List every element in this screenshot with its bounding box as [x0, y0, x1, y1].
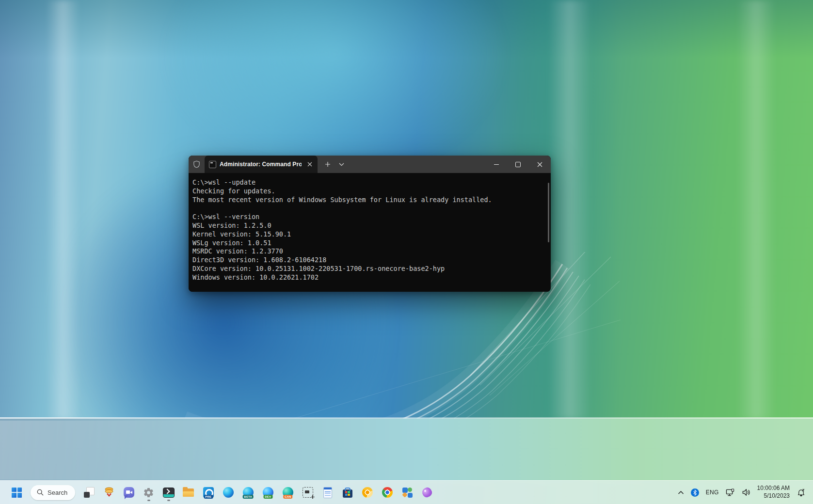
close-button[interactable]	[529, 156, 551, 173]
wallpaper-light-streak	[737, 0, 776, 419]
folder-icon	[183, 488, 194, 497]
terminal-line: Checking for updates.	[192, 187, 547, 196]
terminal-titlebar[interactable]: Administrator: Command Pro	[189, 156, 551, 173]
windows-terminal-icon	[163, 488, 175, 498]
terminal-line	[192, 204, 547, 213]
tray-date: 5/10/2023	[757, 492, 790, 500]
taskbar: Search	[0, 480, 813, 504]
chrome-canary-icon	[362, 487, 373, 498]
snipping-tool-button[interactable]	[298, 483, 318, 502]
edge-canary-button[interactable]: CAN	[278, 483, 298, 502]
edge-canary-icon: CAN	[283, 487, 293, 498]
microsoft-store-button[interactable]	[338, 483, 357, 502]
chrome-icon	[382, 487, 393, 498]
coins-app-button[interactable]	[99, 483, 119, 502]
bluetooth-icon	[691, 488, 699, 497]
task-view-button[interactable]	[80, 483, 99, 502]
purple-app-button[interactable]	[417, 483, 437, 502]
tray-chevron-button[interactable]	[675, 483, 686, 502]
bell-dnd-icon	[797, 488, 806, 497]
terminal-line: C:\>wsl --version	[192, 213, 547, 221]
terminal-line: MSRDC version: 1.2.3770	[192, 247, 547, 256]
edge-dev-button[interactable]: DEV	[258, 483, 278, 502]
chat-icon	[124, 487, 134, 498]
terminal-content[interactable]: C:\>wsl --updateChecking for updates.The…	[189, 173, 551, 292]
edge-dev-badge: DEV	[263, 495, 272, 499]
tab-dropdown-button[interactable]	[335, 156, 348, 173]
language-indicator[interactable]: ENG	[703, 483, 721, 502]
search-icon	[37, 489, 44, 496]
coins-arrow-icon	[104, 487, 114, 498]
search-box[interactable]: Search	[31, 485, 75, 500]
dev-home-icon	[402, 487, 413, 498]
tab-title: Administrator: Command Pro	[220, 161, 302, 168]
network-icon	[726, 488, 735, 497]
edge-icon	[223, 487, 234, 498]
outlook-button[interactable]: PRE	[199, 483, 218, 502]
chat-button[interactable]	[119, 483, 139, 502]
terminal-line: Direct3D version: 1.608.2-61064218	[192, 256, 547, 265]
terminal-line: Windows version: 10.0.22621.1702	[192, 273, 547, 282]
tray-time: 10:00:06 AM	[757, 485, 790, 492]
running-indicator	[147, 500, 150, 501]
cmd-icon	[209, 161, 216, 168]
edge-button[interactable]	[219, 483, 238, 502]
start-button[interactable]	[7, 483, 27, 502]
new-tab-button[interactable]	[320, 156, 335, 173]
outlook-pre-badge: PRE	[204, 495, 213, 499]
wallpaper-floor-streak	[0, 421, 368, 480]
edge-dev-icon: DEV	[263, 487, 273, 498]
network-button[interactable]	[723, 483, 737, 502]
task-view-icon	[84, 487, 95, 498]
desktop: Administrator: Command Pro C:\>wsl --upd…	[0, 0, 813, 504]
edge-beta-button[interactable]: BETA	[239, 483, 258, 502]
terminal-scrollbar[interactable]	[548, 183, 549, 242]
snipping-tool-icon	[303, 487, 313, 498]
store-icon	[343, 489, 352, 498]
terminal-lines: C:\>wsl --updateChecking for updates.The…	[192, 178, 547, 282]
edge-canary-badge: CAN	[283, 495, 293, 499]
settings-button[interactable]	[139, 483, 159, 502]
chrome-button[interactable]	[378, 483, 397, 502]
terminal-line: The most recent version of Windows Subsy…	[192, 196, 547, 205]
tab-close-icon[interactable]	[305, 159, 315, 169]
search-label: Search	[48, 489, 67, 496]
dev-home-button[interactable]	[398, 483, 417, 502]
minimize-button[interactable]	[485, 156, 507, 173]
wallpaper-light-streak	[46, 0, 80, 419]
terminal-line: WSL version: 1.2.5.0	[192, 221, 547, 230]
windows-terminal-button[interactable]	[159, 483, 178, 502]
wallpaper-horizon-line	[0, 417, 813, 419]
terminal-line: C:\>wsl --update	[192, 178, 547, 187]
edge-beta-icon: BETA	[243, 487, 254, 498]
chrome-canary-button[interactable]	[358, 483, 377, 502]
notification-bell-button[interactable]	[794, 483, 808, 502]
terminal-line: WSLg version: 1.0.51	[192, 239, 547, 248]
admin-shield-icon	[189, 156, 205, 173]
bluetooth-button[interactable]	[688, 483, 701, 502]
clock[interactable]: 10:00:06 AM 5/10/2023	[755, 483, 792, 502]
maximize-button[interactable]	[507, 156, 529, 173]
terminal-window[interactable]: Administrator: Command Pro C:\>wsl --upd…	[189, 156, 551, 292]
terminal-tab[interactable]: Administrator: Command Pro	[205, 156, 318, 173]
windows-logo-icon	[12, 488, 22, 498]
running-indicator	[167, 500, 170, 501]
wallpaper-cyan-glow	[160, 0, 509, 179]
outlook-icon: PRE	[203, 487, 214, 498]
edge-beta-badge: BETA	[242, 495, 254, 499]
gear-icon	[143, 487, 154, 498]
speaker-icon	[742, 488, 750, 496]
terminal-line: DXCore version: 10.0.25131.1002-220531-1…	[192, 265, 547, 273]
chevron-up-icon	[678, 490, 684, 495]
volume-button[interactable]	[739, 483, 753, 502]
notepad-button[interactable]	[318, 483, 337, 502]
file-explorer-button[interactable]	[179, 483, 198, 502]
purple-app-icon	[421, 487, 432, 498]
terminal-line: Kernel version: 5.15.90.1	[192, 230, 547, 239]
notepad-icon	[323, 487, 332, 498]
